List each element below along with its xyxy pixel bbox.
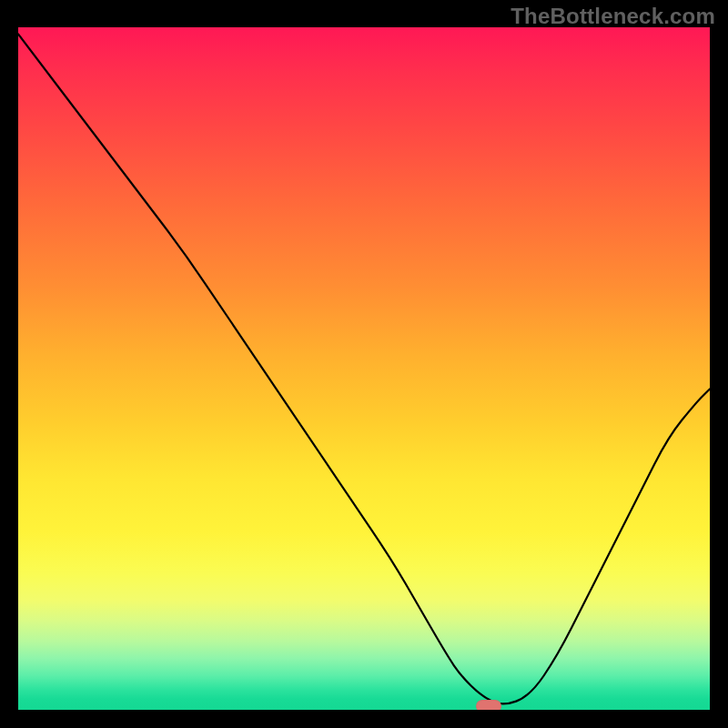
chart-frame: TheBottleneck.com (0, 0, 728, 728)
watermark-text: TheBottleneck.com (511, 4, 715, 29)
optimum-marker (476, 700, 501, 710)
line-curve (18, 27, 710, 710)
plot-area (18, 27, 710, 710)
